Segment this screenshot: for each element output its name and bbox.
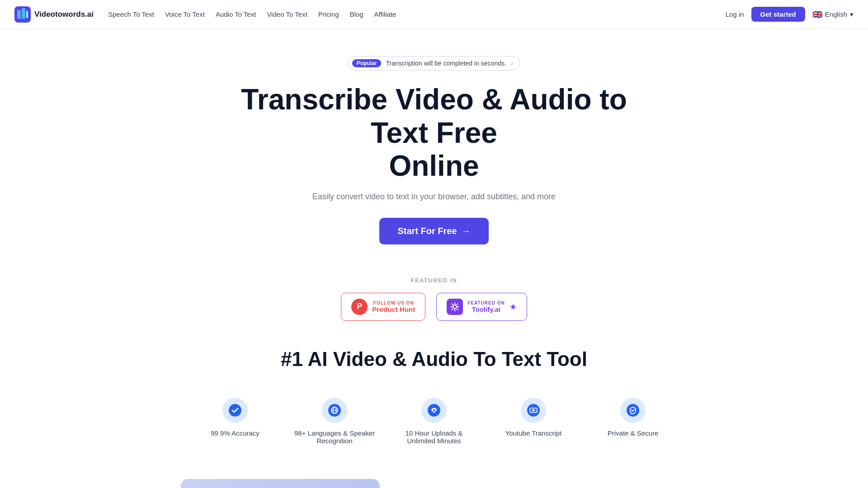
uploads-icon-circle [421, 398, 447, 423]
feature-languages: 98+ Languages & Speaker Recognition [285, 390, 384, 452]
badge-text: Transcription will be completed in secon… [386, 60, 506, 67]
hero-heading-line1: Transcribe Video & Audio to Text Free [241, 83, 627, 149]
logo[interactable]: Videotowords.ai [14, 6, 94, 23]
producthunt-name: Product Hunt [372, 305, 415, 313]
flag-icon: 🇬🇧 [812, 9, 822, 19]
svg-point-5 [229, 404, 241, 417]
features-row: 99.9% Accuracy 98+ Languages & Speaker R… [185, 390, 683, 452]
feature-private: Private & Secure [583, 390, 683, 452]
shield-icon [627, 404, 639, 417]
svg-point-4 [453, 305, 457, 309]
toolify-badge[interactable]: FEATURED ON Toolify.ai ★ [436, 293, 527, 321]
cta-label: Start For Free [397, 226, 457, 236]
feature-youtube: Youtube Transcript [484, 390, 583, 452]
feature-accuracy: 99.9% Accuracy [185, 390, 285, 452]
toolify-star-icon: ★ [509, 302, 517, 312]
hero-badge: Popular Transcription will be completed … [348, 56, 520, 70]
svg-point-10 [428, 404, 440, 417]
youtube-label: Youtube Transcript [505, 429, 562, 437]
svg-rect-1 [17, 10, 21, 19]
logo-icon [14, 6, 31, 23]
featured-label: FEATURED IN [0, 277, 868, 284]
feature-uploads: 10 Hour Uploads & Unlimited Minutes [384, 390, 484, 452]
toolify-icon [447, 299, 463, 315]
languages-label: 98+ Languages & Speaker Recognition [292, 429, 377, 445]
nav-blog[interactable]: Blog [350, 10, 363, 18]
producthunt-follow-label: FOLLOW US ON [372, 300, 415, 305]
uploads-label: 10 Hour Uploads & Unlimited Minutes [392, 429, 476, 445]
nav-pricing[interactable]: Pricing [318, 10, 339, 18]
hero-subtitle: Easily convert video to text in your bro… [14, 192, 854, 202]
check-icon [229, 404, 241, 417]
youtube-icon-circle [521, 398, 546, 423]
badge-arrow-icon: › [511, 59, 513, 67]
nav-voice-to-text[interactable]: Voice To Text [165, 10, 205, 18]
popular-badge: Popular [352, 59, 382, 67]
language-selector[interactable]: 🇬🇧 English ▾ [812, 9, 854, 19]
navbar: Videotowords.ai Speech To Text Voice To … [0, 0, 868, 29]
svg-rect-2 [22, 8, 25, 19]
accuracy-label: 99.9% Accuracy [211, 429, 259, 437]
accuracy-icon-circle [222, 398, 248, 423]
toolify-name: Toolify.ai [467, 305, 505, 313]
private-icon-circle [620, 398, 646, 423]
hero-section: Popular Transcription will be completed … [0, 29, 868, 263]
hero-heading: Transcribe Video & Audio to Text Free On… [231, 83, 637, 183]
language-label: English [825, 10, 847, 18]
nav-video-to-text[interactable]: Video To Text [267, 10, 307, 18]
bottom-text: Convert video and audio to text in secon… [407, 479, 687, 488]
languages-icon-circle [322, 398, 347, 423]
featured-section: FEATURED IN P FOLLOW US ON Product Hunt … [0, 263, 868, 330]
toolify-text: FEATURED ON Toolify.ai [467, 300, 505, 313]
ai-tool-heading: #1 AI Video & Audio To Text Tool [14, 348, 854, 371]
producthunt-icon: P [351, 299, 368, 315]
nav-speech-to-text[interactable]: Speech To Text [108, 10, 154, 18]
producthunt-text: FOLLOW US ON Product Hunt [372, 300, 415, 313]
chevron-down-icon: ▾ [850, 10, 854, 19]
navbar-left: Videotowords.ai Speech To Text Voice To … [14, 6, 396, 23]
nav-audio-to-text[interactable]: Audio To Text [216, 10, 256, 18]
hero-heading-line2: Online [389, 150, 479, 182]
logo-text: Videotowords.ai [34, 10, 94, 19]
bottom-image [181, 479, 380, 488]
bottom-section: Convert video and audio to text in secon… [118, 461, 750, 488]
nav-affiliate[interactable]: Affiliate [374, 10, 396, 18]
nav-links: Speech To Text Voice To Text Audio To Te… [108, 10, 396, 18]
navbar-right: Log in Get started 🇬🇧 English ▾ [726, 7, 854, 22]
people-photo [181, 479, 380, 488]
svg-rect-3 [26, 11, 28, 18]
private-label: Private & Secure [608, 429, 659, 437]
start-for-free-button[interactable]: Start For Free → [379, 218, 488, 244]
youtube-icon [527, 404, 540, 417]
featured-badges: P FOLLOW US ON Product Hunt FEATURED ON … [0, 293, 868, 321]
get-started-button[interactable]: Get started [751, 7, 805, 22]
toolify-gear-icon [450, 302, 460, 312]
producthunt-badge[interactable]: P FOLLOW US ON Product Hunt [341, 293, 425, 321]
toolify-featured-label: FEATURED ON [467, 300, 505, 305]
login-button[interactable]: Log in [726, 10, 744, 18]
globe-icon [328, 404, 341, 417]
cta-arrow-icon: → [462, 226, 471, 236]
ai-tool-section: #1 AI Video & Audio To Text Tool 99.9% A… [0, 330, 868, 461]
infinity-icon [428, 404, 440, 417]
